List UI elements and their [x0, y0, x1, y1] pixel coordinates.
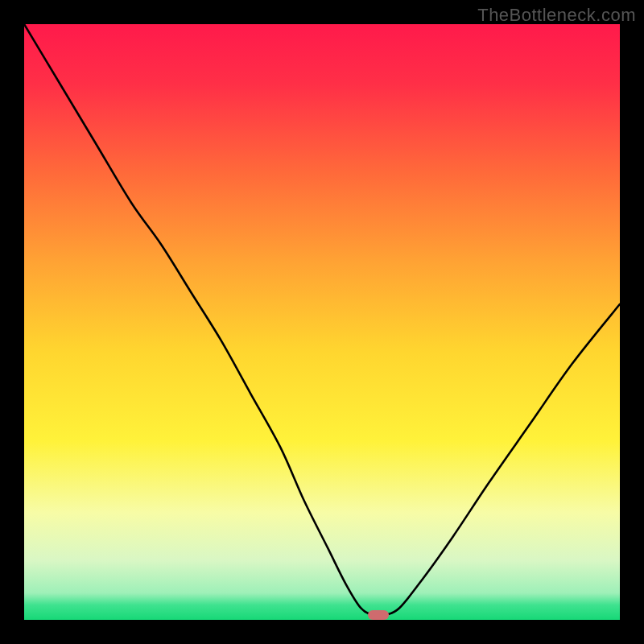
optimal-marker: [368, 610, 389, 620]
chart-frame: TheBottleneck.com: [0, 0, 644, 644]
gradient-background: [24, 24, 620, 620]
plot-area: [24, 24, 620, 620]
plot-svg: [24, 24, 620, 620]
watermark-text: TheBottleneck.com: [477, 5, 636, 26]
